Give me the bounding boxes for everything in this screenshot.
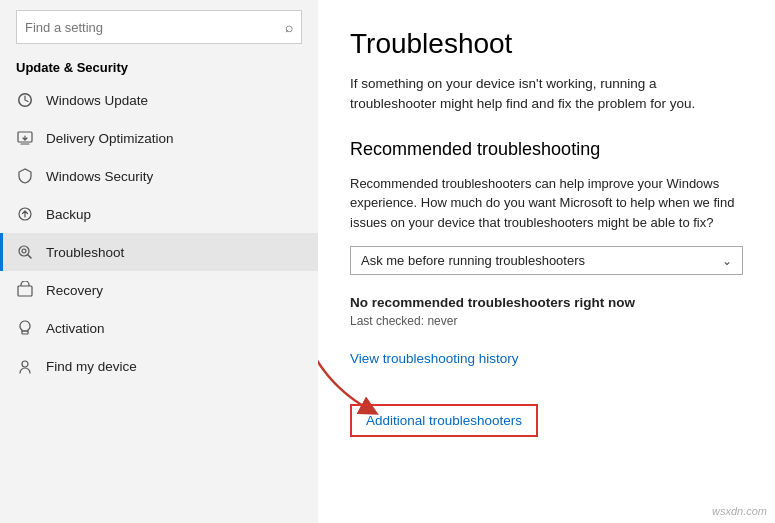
sidebar-item-activation[interactable]: Activation [0,309,318,347]
view-history-link[interactable]: View troubleshooting history [350,351,519,366]
sidebar-item-recovery[interactable]: Recovery [0,271,318,309]
additional-btn-wrapper: Additional troubleshooters [350,404,538,437]
windows-update-icon [16,91,34,109]
recovery-icon [16,281,34,299]
recommended-desc: Recommended troubleshooters can help imp… [350,174,743,233]
sidebar-item-label-activation: Activation [46,321,105,336]
sidebar-item-label-recovery: Recovery [46,283,103,298]
dropdown-value: Ask me before running troubleshooters [361,253,585,268]
delivery-optimization-icon [16,129,34,147]
troubleshoot-dropdown[interactable]: Ask me before running troubleshooters ⌄ [350,246,743,275]
sidebar-item-windows-security[interactable]: Windows Security [0,157,318,195]
sidebar-item-label-troubleshoot: Troubleshoot [46,245,124,260]
search-input[interactable] [25,20,285,35]
page-title: Troubleshoot [350,28,743,60]
sidebar-item-label-backup: Backup [46,207,91,222]
svg-rect-5 [22,331,28,334]
troubleshoot-icon [16,243,34,261]
no-troubleshooters-text: No recommended troubleshooters right now [350,295,743,310]
sidebar-item-backup[interactable]: Backup [0,195,318,233]
sidebar-item-delivery-optimization[interactable]: Delivery Optimization [0,119,318,157]
svg-point-3 [22,249,26,253]
sidebar-item-windows-update[interactable]: Windows Update [0,81,318,119]
additional-troubleshooters-button[interactable]: Additional troubleshooters [350,404,538,437]
watermark: wsxdn.com [712,505,767,517]
recommended-section-title: Recommended troubleshooting [350,139,743,160]
windows-security-icon [16,167,34,185]
dropdown-wrapper[interactable]: Ask me before running troubleshooters ⌄ [350,246,743,275]
sidebar-item-label-windows-security: Windows Security [46,169,153,184]
find-my-device-icon [16,357,34,375]
main-content: Troubleshoot If something on your device… [318,0,775,523]
search-icon: ⌕ [285,19,293,35]
sidebar-item-label-delivery-optimization: Delivery Optimization [46,131,174,146]
chevron-down-icon: ⌄ [722,254,732,268]
section-header: Update & Security [0,54,318,81]
sidebar-item-troubleshoot[interactable]: Troubleshoot [0,233,318,271]
page-description: If something on your device isn't workin… [350,74,743,115]
sidebar-item-label-windows-update: Windows Update [46,93,148,108]
last-checked-text: Last checked: never [350,314,743,328]
sidebar-item-find-my-device[interactable]: Find my device [0,347,318,385]
sidebar: ⌕ Update & Security Windows UpdateDelive… [0,0,318,523]
backup-icon [16,205,34,223]
search-box[interactable]: ⌕ [16,10,302,44]
nav-items-container: Windows UpdateDelivery OptimizationWindo… [0,81,318,385]
svg-point-6 [22,361,28,367]
sidebar-item-label-find-my-device: Find my device [46,359,137,374]
activation-icon [16,319,34,337]
svg-rect-4 [18,286,32,296]
